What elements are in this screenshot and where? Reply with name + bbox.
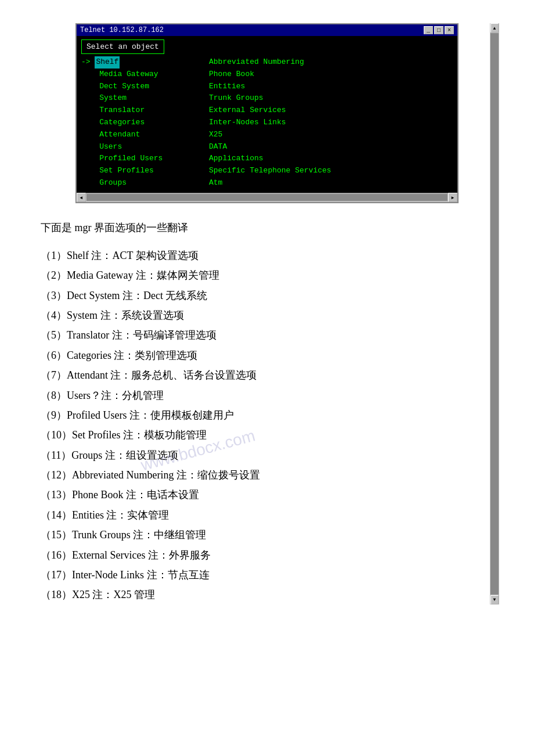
list-item: （4）System 注：系统设置选项 bbox=[41, 306, 493, 325]
menu-item-users[interactable]: Users bbox=[81, 141, 209, 153]
telnet-titlebar: Telnet 10.152.87.162 _ □ × bbox=[77, 24, 457, 36]
list-item: （10）Set Profiles 注：模板功能管理 bbox=[41, 426, 493, 444]
menu-item-specific-telephone-services[interactable]: Specific Telephone Services bbox=[209, 165, 383, 177]
list-item: （5）Translator 注：号码编译管理选项 bbox=[41, 326, 493, 344]
menu-item-atm[interactable]: Atm bbox=[209, 177, 383, 189]
main-content: 下面是 mgr 界面选项的一些翻译 （1）Shelf 注：ACT 架构设置选项（… bbox=[35, 221, 499, 604]
intro-text: 下面是 mgr 界面选项的一些翻译 bbox=[41, 221, 493, 235]
menu-item-profiled-users[interactable]: Profiled Users bbox=[81, 153, 209, 165]
menu-item-shelf[interactable]: -> Shelf bbox=[81, 56, 209, 69]
telnet-body: Select an object -> Shelf Media Gateway … bbox=[77, 36, 457, 193]
menu-right-column: Abbreviated Numbering Phone Book Entitie… bbox=[209, 56, 383, 189]
list-item: （2）Media Gateway 注：媒体网关管理 bbox=[41, 266, 493, 285]
menu-item-categories[interactable]: Categories bbox=[81, 117, 209, 129]
list-item: （17）Inter-Node Links 注：节点互连 bbox=[41, 566, 493, 584]
menu-item-data[interactable]: DATA bbox=[209, 141, 383, 153]
list-item: （8）Users？注：分机管理 bbox=[41, 386, 493, 405]
menu-item-set-profiles[interactable]: Set Profiles bbox=[81, 165, 209, 177]
menu-item-applications[interactable]: Applications bbox=[209, 153, 383, 165]
list-item: （15）Trunk Groups 注：中继组管理 bbox=[41, 525, 493, 544]
menu-item-phone-book[interactable]: Phone Book bbox=[209, 69, 383, 81]
list-item: （11）Groups 注：组设置选项 bbox=[41, 446, 493, 465]
menu-item-media-gateway[interactable]: Media Gateway bbox=[81, 69, 209, 81]
menu-item-system[interactable]: System bbox=[81, 92, 209, 105]
horizontal-scrollbar[interactable]: ◄ ► bbox=[77, 193, 457, 202]
shelf-label: Shelf bbox=[95, 56, 120, 69]
menu-item-external-services[interactable]: External Services bbox=[209, 105, 383, 117]
arrow-icon: -> bbox=[81, 57, 95, 66]
list-item: （12）Abbreviated Numbering 注：缩位拨号设置 bbox=[41, 466, 493, 484]
scroll-down-button[interactable]: ▼ bbox=[490, 595, 499, 604]
vertical-scrollbar[interactable]: ▲ ▼ bbox=[490, 23, 499, 604]
list-item: （6）Categories 注：类别管理选项 bbox=[41, 346, 493, 365]
scroll-up-button[interactable]: ▲ bbox=[490, 23, 499, 33]
menu-content: -> Shelf Media Gateway Dect System Syste… bbox=[81, 56, 446, 189]
list-item: （7）Attendant 注：服务总机、话务台设置选项 bbox=[41, 366, 493, 384]
scroll-left-button[interactable]: ◄ bbox=[77, 193, 86, 202]
menu-item-translator[interactable]: Translator bbox=[81, 105, 209, 117]
scroll-right-button[interactable]: ► bbox=[448, 193, 457, 202]
menu-item-inter-nodes-links[interactable]: Inter-Nodes Links bbox=[209, 117, 383, 129]
minimize-button[interactable]: _ bbox=[424, 26, 433, 34]
telnet-title: Telnet 10.152.87.162 bbox=[80, 26, 164, 34]
telnet-window: Telnet 10.152.87.162 _ □ × Select an obj… bbox=[75, 23, 459, 203]
list-item: （13）Phone Book 注：电话本设置 bbox=[41, 485, 493, 504]
items-list: （1）Shelf 注：ACT 架构设置选项（2）Media Gateway 注：… bbox=[41, 246, 493, 604]
scroll-track bbox=[490, 33, 499, 595]
list-item: （16）External Services 注：外界服务 bbox=[41, 546, 493, 564]
menu-item-x25[interactable]: X25 bbox=[209, 129, 383, 141]
menu-item-groups[interactable]: Groups bbox=[81, 177, 209, 189]
menu-item-abbreviated-numbering[interactable]: Abbreviated Numbering bbox=[209, 56, 383, 69]
menu-item-entities[interactable]: Entities bbox=[209, 81, 383, 93]
telnet-window-controls: _ □ × bbox=[424, 26, 454, 34]
select-label: Select an object bbox=[86, 42, 159, 51]
menu-item-dect-system[interactable]: Dect System bbox=[81, 81, 209, 93]
list-item: （1）Shelf 注：ACT 架构设置选项 bbox=[41, 246, 493, 265]
select-box-label: Select an object bbox=[81, 39, 164, 54]
menu-item-trunk-groups[interactable]: Trunk Groups bbox=[209, 92, 383, 105]
list-item: （3）Dect System 注：Dect 无线系统 bbox=[41, 286, 493, 305]
menu-item-attendant[interactable]: Attendant bbox=[81, 129, 209, 141]
menu-left-column: -> Shelf Media Gateway Dect System Syste… bbox=[81, 56, 209, 189]
maximize-button[interactable]: □ bbox=[434, 26, 443, 34]
list-item: （14）Entities 注：实体管理 bbox=[41, 506, 493, 524]
list-item: （18）X25 注：X25 管理 bbox=[41, 585, 493, 604]
horizontal-scroll-track bbox=[86, 194, 448, 201]
list-item: （9）Profiled Users 注：使用模板创建用户 bbox=[41, 406, 493, 424]
close-button[interactable]: × bbox=[445, 26, 454, 34]
